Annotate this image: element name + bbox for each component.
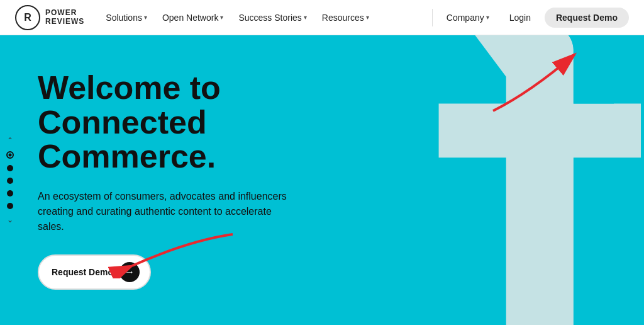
slide-dot-3[interactable] <box>7 178 13 184</box>
nav-company[interactable]: Company ▾ <box>440 9 496 26</box>
nav-solutions[interactable]: Solutions ▾ <box>99 9 153 26</box>
logo-text: POWER REVIEWS <box>45 9 84 25</box>
nav-open-network[interactable]: Open Network ▾ <box>156 9 230 26</box>
navbar: R POWER REVIEWS Solutions ▾ Open Network… <box>0 0 644 35</box>
logo-icon: R <box>15 5 40 30</box>
chevron-down-icon: ▾ <box>144 14 147 21</box>
nav-divider <box>432 9 433 26</box>
slide-indicators: ⌃ ⌄ <box>6 136 14 224</box>
login-button[interactable]: Login <box>503 9 537 26</box>
slide-dot-4[interactable] <box>7 190 13 197</box>
hero-subtitle: An ecosystem of consumers, advocates and… <box>38 189 289 234</box>
slide-dot-5[interactable] <box>7 203 13 209</box>
hero-graphic <box>355 35 644 325</box>
nav-links: Solutions ▾ Open Network ▾ Success Stori… <box>99 9 424 26</box>
nav-success-stories[interactable]: Success Stories ▾ <box>232 9 313 26</box>
request-demo-nav-button[interactable]: Request Demo <box>545 8 629 28</box>
logo[interactable]: R POWER REVIEWS <box>15 5 84 30</box>
cta-label: Request Demo <box>52 267 113 277</box>
nav-resources[interactable]: Resources ▾ <box>316 9 375 26</box>
request-demo-hero-button[interactable]: Request Demo → <box>38 254 151 290</box>
next-slide-button[interactable]: ⌄ <box>7 215 13 224</box>
slide-dot-2[interactable] <box>7 165 13 171</box>
hero-section: ⌃ ⌄ Welcome to Connected Commerce. An ec… <box>0 35 644 325</box>
chevron-down-icon: ▾ <box>366 14 369 21</box>
slide-dot-1[interactable] <box>6 151 14 159</box>
chevron-down-icon: ▾ <box>486 14 489 21</box>
hero-title: Welcome to Connected Commerce. <box>38 71 289 174</box>
nav-right: Company ▾ Login Request Demo <box>440 8 629 28</box>
chevron-down-icon: ▾ <box>304 14 307 21</box>
chevron-down-icon: ▾ <box>220 14 223 21</box>
prev-slide-button[interactable]: ⌃ <box>7 136 13 145</box>
number-one-graphic <box>355 35 644 325</box>
arrow-icon: → <box>119 262 140 282</box>
hero-content: Welcome to Connected Commerce. An ecosys… <box>0 35 314 325</box>
